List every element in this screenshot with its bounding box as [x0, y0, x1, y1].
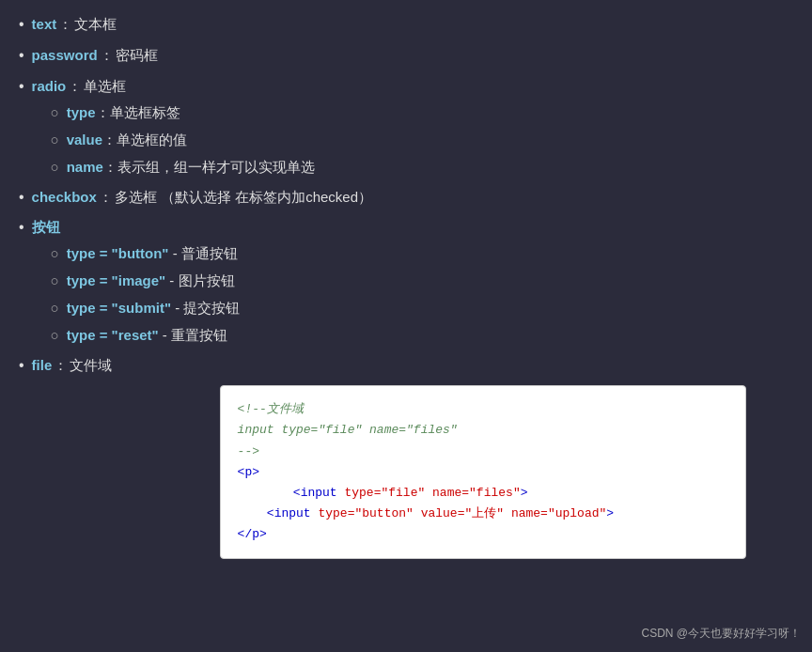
item-radio-value: 单选框 — [84, 78, 126, 94]
code-input1: <input type="file" name="files"> — [238, 483, 728, 504]
item-checkbox-value: 多选框 （默认选择 在标签内加checked） — [115, 189, 372, 205]
item-radio-key: radio — [32, 78, 67, 94]
item-password-content: password：密码框 — [32, 42, 793, 68]
item-password-key: password — [32, 47, 98, 63]
list-item-file: • file：文件域 <!--文件域 input type="file" nam… — [19, 350, 793, 561]
code-input2: <input type="button" value="上传" name="up… — [238, 504, 728, 524]
item-password-value: 密码框 — [116, 47, 158, 63]
list-item-radio: • radio：单选框 ○ type：单选框标签 ○ value：单选框的值 ○… — [19, 71, 793, 182]
item-text-sep: ： — [58, 16, 72, 32]
item-checkbox-content: checkbox：多选框 （默认选择 在标签内加checked） — [32, 184, 793, 210]
code-p-close: </p> — [238, 524, 728, 545]
code-comment-line2: input type="file" name="files" — [238, 420, 728, 441]
radio-sub-type: ○ type：单选框标签 — [51, 99, 793, 126]
button-sub-type-submit: ○ type = "submit" - 提交按钮 — [51, 294, 793, 321]
button-sub-list: ○ type = "button" - 普通按钮 ○ type = "image… — [32, 240, 793, 349]
bullet-1: • — [19, 11, 24, 39]
code-comment-end: --> — [238, 442, 728, 462]
item-file-key: file — [32, 357, 53, 373]
item-file-content: file：文件域 <!--文件域 input type="file" name=… — [32, 352, 793, 559]
list-item-text: • text：文本框 — [19, 9, 793, 40]
radio-sub-value: ○ value：单选框的值 — [51, 126, 793, 153]
bullet-4: • — [19, 184, 24, 211]
item-button-content: 按钮 ○ type = "button" - 普通按钮 ○ type = "im… — [32, 214, 793, 349]
radio-sub-name: ○ name：表示组，组一样才可以实现单选 — [51, 153, 793, 180]
button-sub-type-image: ○ type = "image" - 图片按钮 — [51, 267, 793, 294]
code-block: <!--文件域 input type="file" name="files" -… — [220, 385, 746, 559]
code-comment-line1: <!--文件域 — [238, 399, 728, 420]
list-item-checkbox: • checkbox：多选框 （默认选择 在标签内加checked） — [19, 182, 793, 213]
list-item-button: • 按钮 ○ type = "button" - 普通按钮 ○ type = "… — [19, 212, 793, 350]
bullet-6: • — [19, 352, 24, 380]
code-p-open: <p> — [238, 462, 728, 483]
item-text-value: 文本框 — [74, 16, 117, 32]
bullet-3: • — [19, 73, 24, 101]
item-checkbox-key: checkbox — [32, 189, 97, 205]
button-sub-type-reset: ○ type = "reset" - 重置按钮 — [51, 321, 793, 349]
main-list: • text：文本框 • password：密码框 • radio：单选框 ○ … — [19, 9, 793, 561]
item-radio-content: radio：单选框 ○ type：单选框标签 ○ value：单选框的值 ○ n… — [32, 73, 793, 180]
item-file-value: 文件域 — [70, 357, 112, 373]
item-button-key: 按钮 — [32, 219, 60, 235]
bullet-2: • — [19, 42, 24, 70]
bullet-5: • — [19, 214, 24, 241]
item-text-content: text：文本框 — [32, 11, 793, 37]
csdn-watermark: CSDN @今天也要好好学习呀！ — [641, 624, 801, 644]
item-text-key: text — [32, 16, 57, 32]
list-item-password: • password：密码框 — [19, 40, 793, 71]
button-sub-type-button: ○ type = "button" - 普通按钮 — [51, 240, 793, 267]
radio-sub-list: ○ type：单选框标签 ○ value：单选框的值 ○ name：表示组，组一… — [32, 99, 793, 180]
item-password-sep: ： — [100, 47, 114, 63]
